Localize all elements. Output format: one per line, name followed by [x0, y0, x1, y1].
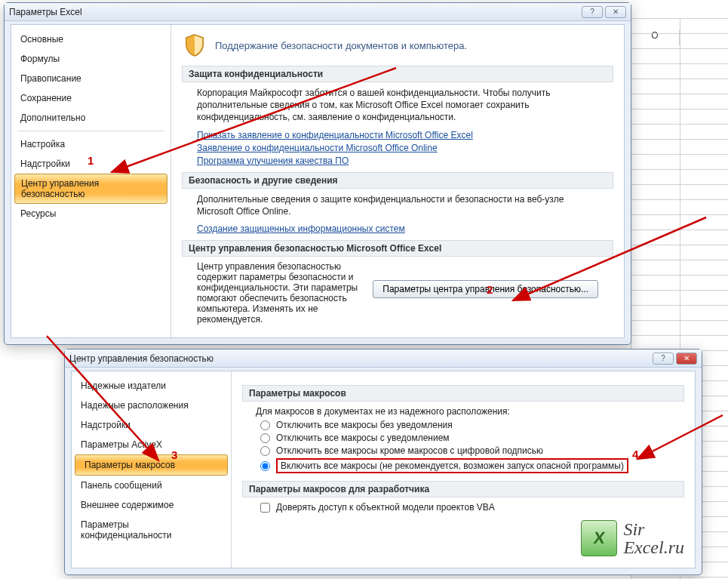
radio-disable-no-notify[interactable] — [260, 420, 270, 430]
highlight-box: Включить все макросы (не рекомендуется, … — [276, 458, 628, 473]
dialog-title: Параметры Excel — [9, 7, 579, 17]
section-security: Безопасность и другие сведения — [182, 172, 613, 189]
nav-message-bar[interactable]: Панель сообщений — [72, 476, 231, 495]
titlebar[interactable]: Центр управления безопасностью ? ✕ — [65, 350, 702, 368]
options-content: Поддержание безопасности документов и ко… — [171, 25, 624, 337]
checkbox-trust-vba[interactable] — [260, 503, 270, 513]
link-privacy-statement[interactable]: Показать заявление о конфиденциальности … — [197, 130, 598, 140]
section-developer-macros: Параметры макросов для разработчика — [242, 481, 684, 497]
link-ceip[interactable]: Программа улучшения качества ПО — [197, 156, 598, 166]
help-button[interactable]: ? — [582, 6, 603, 18]
nav-addins[interactable]: Надстройки — [11, 154, 170, 174]
nav-macro-settings[interactable]: Параметры макросов — [75, 454, 228, 476]
nav-proofing[interactable]: Правописание — [11, 69, 170, 88]
nav-activex[interactable]: Параметры ActiveX — [72, 435, 231, 454]
nav-trusted-publishers[interactable]: Надежные издатели — [72, 376, 231, 396]
titlebar[interactable]: Параметры Excel ? ✕ — [5, 3, 631, 21]
nav-advanced[interactable]: Дополнительно — [11, 108, 170, 128]
section-macro-settings: Параметры макросов — [242, 385, 684, 402]
macro-radio-group: Отключить все макросы без уведомления От… — [260, 420, 684, 473]
link-online-privacy[interactable]: Заявление о конфиденциальности Microsoft… — [197, 143, 598, 153]
nav-trust-center[interactable]: Центр управления безопасностью — [14, 174, 167, 204]
section-trustcenter: Центр управления безопасностью Microsoft… — [182, 240, 613, 257]
excel-options-dialog: Параметры Excel ? ✕ Основные Формулы Пра… — [4, 2, 631, 345]
help-button[interactable]: ? — [653, 353, 674, 365]
radio-disable-notify-label[interactable]: Отключить все макросы с уведомлением — [276, 433, 450, 443]
trustcenter-nav: Надежные издатели Надежные расположения … — [72, 371, 232, 568]
trust-center-settings-button[interactable]: Параметры центра управления безопасность… — [373, 280, 598, 298]
radio-disable-notify[interactable] — [260, 433, 270, 443]
nav-save[interactable]: Сохранение — [11, 88, 170, 108]
shield-icon — [182, 32, 207, 58]
radio-disable-no-notify-label[interactable]: Отключить все макросы без уведомления — [276, 420, 453, 430]
radio-disable-except-signed[interactable] — [260, 446, 270, 456]
close-button[interactable]: ✕ — [676, 353, 697, 365]
nav-trusted-locations[interactable]: Надежные расположения — [72, 396, 231, 415]
trustcenter-text: Центр управления безопасностью содержит … — [197, 261, 358, 325]
link-secure-systems[interactable]: Создание защищенных информационных систе… — [197, 223, 598, 234]
nav-customize[interactable]: Настройка — [11, 134, 170, 154]
radio-enable-all[interactable] — [260, 461, 270, 471]
nav-formulas[interactable]: Формулы — [11, 49, 170, 69]
nav-external-content[interactable]: Внешнее содержимое — [72, 495, 231, 515]
radio-disable-except-signed-label[interactable]: Отключить все макросы кроме макросов с ц… — [276, 445, 543, 456]
trust-center-dialog: Центр управления безопасностью ? ✕ Надеж… — [64, 349, 702, 575]
nav-general[interactable]: Основные — [11, 29, 170, 49]
section-privacy: Защита конфиденциальности — [182, 66, 613, 82]
trustcenter-content: Параметры макросов Для макросов в докуме… — [232, 371, 695, 568]
options-nav: Основные Формулы Правописание Сохранение… — [11, 25, 171, 337]
close-button[interactable]: ✕ — [605, 6, 626, 18]
checkbox-trust-vba-label[interactable]: Доверять доступ к объектной модели проек… — [276, 502, 495, 513]
nav-addins[interactable]: Надстройки — [72, 415, 231, 435]
content-header: Поддержание безопасности документов и ко… — [215, 40, 467, 51]
macros-intro: Для макросов в документах не из надежног… — [256, 406, 681, 417]
nav-privacy-options[interactable]: Параметры конфиденциальности — [72, 515, 231, 545]
security-text: Дополнительные сведения о защите конфиде… — [197, 193, 598, 217]
radio-enable-all-label[interactable]: Включить все макросы (не рекомендуется, … — [281, 460, 624, 471]
privacy-text: Корпорация Майкрософт заботится о вашей … — [197, 87, 598, 124]
dialog-title: Центр управления безопасностью — [69, 353, 650, 364]
nav-resources[interactable]: Ресурсы — [11, 204, 170, 223]
